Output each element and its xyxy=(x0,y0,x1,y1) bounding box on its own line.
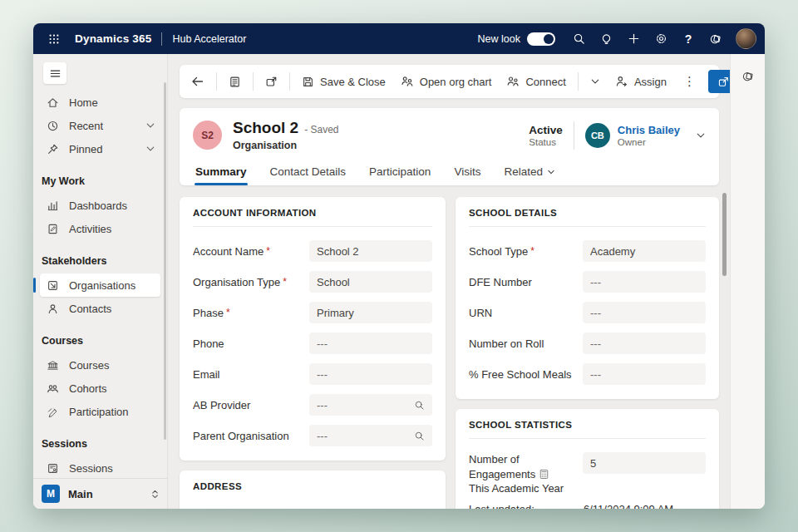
required-asterisk: * xyxy=(226,307,230,318)
tab-visits[interactable]: Visits xyxy=(453,162,481,185)
command-overflow-chevron-icon[interactable] xyxy=(584,69,607,94)
engagements-label: Number of Engagements This Academic Year xyxy=(469,452,583,496)
required-asterisk: * xyxy=(530,245,534,257)
settings-gear-icon[interactable] xyxy=(650,28,672,50)
ab-provider-value: --- xyxy=(317,399,411,411)
search-icon[interactable] xyxy=(568,28,589,50)
dfe-number-label: DFE Number xyxy=(469,276,583,288)
urn-label: URN xyxy=(469,307,583,319)
sidebar-item-dashboards[interactable]: Dashboards xyxy=(40,194,160,217)
parent-organisation-field[interactable]: --- xyxy=(309,425,432,446)
free-school-meals-value: --- xyxy=(590,368,698,381)
lookup-search-icon[interactable] xyxy=(414,400,425,411)
assign-button[interactable]: Assign xyxy=(608,69,673,94)
phase-field[interactable]: Primary xyxy=(309,302,432,323)
session-icon xyxy=(47,461,60,475)
sidebar-item-label: Recent xyxy=(69,120,145,132)
dfe-number-field[interactable]: --- xyxy=(583,271,706,293)
popout-icon[interactable] xyxy=(259,69,284,94)
ab-provider-field[interactable]: --- xyxy=(309,394,432,416)
tab-contact-details[interactable]: Contact Details xyxy=(269,162,347,185)
phone-field[interactable]: --- xyxy=(309,332,432,354)
new-look-toggle[interactable] xyxy=(527,32,555,46)
header-expand-chevron-icon[interactable] xyxy=(696,131,706,140)
account-name-field[interactable]: School 2 xyxy=(309,240,432,262)
free-school-meals-label: % Free School Meals xyxy=(469,368,583,381)
email-field[interactable]: --- xyxy=(309,363,432,385)
parent-organisation-label: Parent Organisation xyxy=(193,430,309,442)
sidebar-item-contacts[interactable]: Contacts xyxy=(40,297,160,320)
sidebar-nav: HomeRecentPinnedMy WorkDashboardsActivit… xyxy=(40,91,167,478)
pin-icon xyxy=(47,142,60,155)
open-org-chart-button[interactable]: Open org chart xyxy=(394,69,499,94)
section-title: ACCOUNT INFORMATION xyxy=(193,208,432,227)
share-button[interactable]: Share xyxy=(708,70,730,93)
tab-summary[interactable]: Summary xyxy=(195,162,248,185)
sidebar-group-courses: Courses xyxy=(42,333,167,348)
organisation-type-value: School xyxy=(317,276,425,288)
copilot-pane-icon[interactable] xyxy=(737,66,759,87)
user-avatar[interactable] xyxy=(736,28,756,49)
sidebar-item-cohorts[interactable]: Cohorts xyxy=(40,377,160,400)
sidebar-group-stakeholders: Stakeholders xyxy=(42,254,167,268)
sidebar-item-pinned[interactable]: Pinned xyxy=(40,137,160,160)
tab-related[interactable]: Related xyxy=(503,162,556,185)
chevron-down-icon xyxy=(145,144,155,154)
feedback-icon[interactable] xyxy=(705,28,727,50)
parent-organisation-row: Parent Organisation--- xyxy=(193,425,432,446)
form-selector-icon[interactable] xyxy=(222,69,248,94)
school-type-field[interactable]: Academy xyxy=(583,240,706,262)
lookup-search-icon[interactable] xyxy=(414,431,425,441)
last-updated-row: Last updated: 6/11/2024 9:09 AM xyxy=(469,503,706,509)
sidebar-group-sessions: Sessions xyxy=(42,436,167,451)
engagements-row: Number of Engagements This Academic Year… xyxy=(469,452,706,496)
connect-button[interactable]: Connect xyxy=(500,69,572,94)
tab-participation[interactable]: Participation xyxy=(368,162,431,185)
school-type-label: School Type* xyxy=(469,245,583,258)
sidebar-item-sessions[interactable]: Sessions xyxy=(40,456,160,478)
sidebar-item-organisations[interactable]: Organisations xyxy=(40,273,160,297)
phone-label: Phone xyxy=(193,337,309,350)
last-updated-label: Last updated: xyxy=(469,503,583,509)
account-name-label: Account Name* xyxy=(193,245,309,258)
sidebar-item-home[interactable]: Home xyxy=(40,91,160,114)
main-scrollbar[interactable] xyxy=(722,193,727,276)
sidebar-item-courses[interactable]: Courses xyxy=(40,353,160,377)
sidebar-item-activities[interactable]: Activities xyxy=(40,217,160,240)
sidebar-scrollbar[interactable] xyxy=(164,82,166,440)
sidebar-item-participation[interactable]: Participation xyxy=(40,400,160,423)
collapse-sidebar-icon[interactable] xyxy=(43,62,66,84)
sidebar-item-label: Organisations xyxy=(69,279,155,292)
sidebar-item-label: Activities xyxy=(69,223,155,235)
people-icon xyxy=(47,382,60,395)
app-launcher-waffle-icon[interactable] xyxy=(43,28,65,50)
sidebar-item-label: Pinned xyxy=(69,143,145,155)
back-button[interactable] xyxy=(185,69,211,94)
organisation-type-field[interactable]: School xyxy=(309,271,432,293)
save-and-close-button[interactable]: Save & Close xyxy=(295,69,392,94)
owner-name-link[interactable]: Chris Bailey xyxy=(618,124,680,136)
sidebar-group-my-work: My Work xyxy=(42,174,167,189)
last-updated-value: 6/11/2024 9:09 AM xyxy=(583,503,706,509)
number-on-roll-field[interactable]: --- xyxy=(583,332,706,354)
ab-provider-label: AB Provider xyxy=(193,399,309,411)
lightbulb-icon[interactable] xyxy=(595,28,617,50)
sidebar-item-label: Home xyxy=(69,96,155,109)
record-header: S2 School 2 - Saved Organisation Active xyxy=(180,108,719,185)
engagements-field[interactable]: 5 xyxy=(583,452,706,474)
phone-value: --- xyxy=(317,337,425,350)
sidebar-item-label: Contacts xyxy=(69,303,155,315)
parent-organisation-value: --- xyxy=(317,430,411,442)
dfe-number-value: --- xyxy=(590,276,698,288)
help-icon[interactable]: ? xyxy=(677,28,699,50)
record-entity-type: Organisation xyxy=(233,140,339,151)
more-commands-icon[interactable]: ⋮ xyxy=(675,74,705,89)
plus-icon[interactable] xyxy=(623,28,644,50)
clipboard-icon xyxy=(47,222,60,235)
free-school-meals-field[interactable]: --- xyxy=(583,363,706,385)
area-switcher[interactable]: M Main xyxy=(33,478,167,509)
area-badge: M xyxy=(42,485,60,503)
urn-field[interactable]: --- xyxy=(583,302,706,323)
owner-field[interactable]: CB Chris Bailey Owner xyxy=(585,123,680,148)
sidebar-item-recent[interactable]: Recent xyxy=(40,114,160,137)
